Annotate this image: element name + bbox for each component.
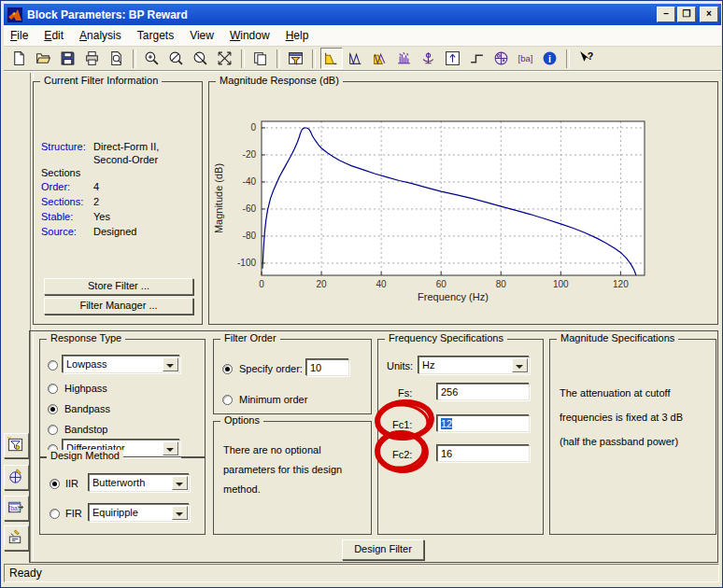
iir-radio[interactable] [50,479,60,489]
zoom-in-icon[interactable] [141,48,163,69]
minimize-button[interactable]: – [657,7,675,22]
fs-label: Fs: [398,387,412,399]
order-row: Order:4 [41,181,99,192]
svg-text:0: 0 [259,279,264,289]
design-filter-button[interactable]: Design Filter [342,539,424,560]
maximize-button[interactable]: ❐ [677,7,696,22]
iir-method-combobox[interactable]: Butterworth [89,474,190,492]
iir-method-value: Butterworth [92,477,145,488]
menu-edit[interactable]: Edit [37,27,70,44]
svg-text:100: 100 [553,279,569,289]
units-combobox[interactable]: Hz [418,357,530,374]
print-preview-icon[interactable] [106,48,128,69]
menu-targets[interactable]: Targets [131,27,180,44]
zoom-y-icon[interactable] [190,48,212,69]
chevron-down-icon[interactable] [172,476,188,490]
magnitude-response-icon[interactable] [320,48,343,69]
filter-coefficients-icon[interactable]: [ba] [515,48,537,69]
frequency-specs-panel: Frequency Specifications Units: Hz Fs: 2… [377,339,544,535]
magnitude-specs-line3: (half the passband power) [560,436,678,447]
close-button[interactable]: × [700,7,718,22]
options-text-line3: method. [223,483,261,495]
pole-zero-editor-mode-icon[interactable] [4,465,29,490]
chevron-down-icon[interactable] [163,357,178,371]
context-help-icon[interactable]: ? [574,48,597,69]
fir-method-combobox[interactable]: Equiripple [89,504,190,522]
design-filter-mode-icon[interactable] [4,433,29,458]
import-filter-mode-icon[interactable]: [ba] [4,496,29,521]
new-document-icon[interactable] [8,48,31,69]
fir-radio[interactable] [50,509,60,519]
realize-model-mode-icon[interactable] [4,525,29,551]
full-view-icon[interactable] [214,48,236,69]
fc2-input[interactable]: 16 [437,445,530,462]
svg-text:[ba]: [ba] [9,505,20,512]
order-label: Order: [41,181,93,192]
menu-view[interactable]: View [183,27,220,44]
fs-input[interactable]: 256 [437,384,530,400]
step-response-icon[interactable] [466,48,489,69]
options-text-line2: parameters for this design [223,464,342,475]
magnitude-specs-text: The attenuation at cutoff frequencies is… [560,381,709,454]
options-text: There are no optional parameters for thi… [223,441,365,499]
print-icon[interactable] [81,48,104,69]
bandstop-radio[interactable] [48,425,58,435]
options-text-line1: There are no optional [223,444,321,455]
stable-label: Stable: [41,211,93,222]
options-panel: Options There are no optional parameters… [213,421,372,535]
current-filter-info-panel: Current Filter Information Structure:Dir… [33,81,203,325]
filter-order-legend: Filter Order [220,332,280,343]
group-delay-icon[interactable] [393,48,416,69]
minimum-order-radio[interactable] [222,395,233,405]
lowpass-combobox[interactable]: Lowpass [63,356,180,373]
svg-text:-80: -80 [243,231,257,241]
design-panel: Response Type Lowpass Highpass Bandpass … [29,330,718,563]
magnitude-response-chart: 0-20-40-60-80-100020406080100120Frequenc… [209,82,716,322]
bandpass-label: Bandpass [64,403,110,414]
menu-help[interactable]: Help [279,27,316,44]
matlab-logo-icon [7,7,22,22]
fc2-label: Fc2: [392,449,412,460]
open-file-icon[interactable] [33,48,55,69]
menu-window[interactable]: Window [223,27,276,44]
save-icon[interactable] [57,48,79,69]
specify-order-radio[interactable] [222,364,233,374]
chevron-down-icon[interactable] [163,441,178,455]
svg-text:80: 80 [496,279,507,289]
svg-text:-100: -100 [237,258,256,268]
phase-response-icon[interactable] [345,48,367,69]
zoom-x-icon[interactable] [165,48,188,69]
block-parameters-window: Block Parameters: BP Reward – ❐ × FileEd… [0,0,723,588]
chevron-down-icon[interactable] [172,506,188,520]
title-bar[interactable]: Block Parameters: BP Reward – ❐ × [4,4,721,25]
filter-info-icon[interactable]: i [539,48,561,69]
copy-icon[interactable] [249,48,272,69]
bandpass-radio[interactable] [48,404,58,414]
magnitude-response-panel: Magnitude Response (dB) 0-20-40-60-80-10… [208,81,718,325]
highpass-radio[interactable] [48,384,58,394]
menu-analysis[interactable]: Analysis [73,27,128,44]
impulse-response-icon[interactable] [442,48,464,69]
specify-order-input[interactable]: 10 [306,359,349,376]
menu-file[interactable]: File [4,27,35,44]
filter-block-icon[interactable] [285,48,307,69]
store-filter-button[interactable]: Store Filter ... [44,278,193,295]
svg-text:40: 40 [376,279,388,289]
fc1-input[interactable]: 12 [437,415,530,432]
lowpass-radio[interactable] [48,360,58,371]
toolbar-separator [312,49,316,68]
phase-delay-icon[interactable] [418,48,440,69]
toolbar-separator [241,49,245,68]
svg-text:60: 60 [436,279,447,289]
chevron-down-icon[interactable] [512,358,528,372]
lowpass-combobox-value: Lowpass [66,358,106,370]
filter-manager-button[interactable]: Filter Manager ... [44,298,193,315]
menu-bar: FileEditAnalysisTargetsViewWindowHelp [4,25,721,47]
source-value: Designed [93,226,136,237]
bandstop-label: Bandstop [64,424,107,435]
pole-zero-plot-icon[interactable] [490,48,513,69]
structure-label: Structure: [41,140,93,153]
magnitude-phase-response-icon[interactable] [369,48,391,69]
magnitude-specs-line1: The attenuation at cutoff [560,387,670,399]
stable-row: Stable:Yes [41,211,110,222]
